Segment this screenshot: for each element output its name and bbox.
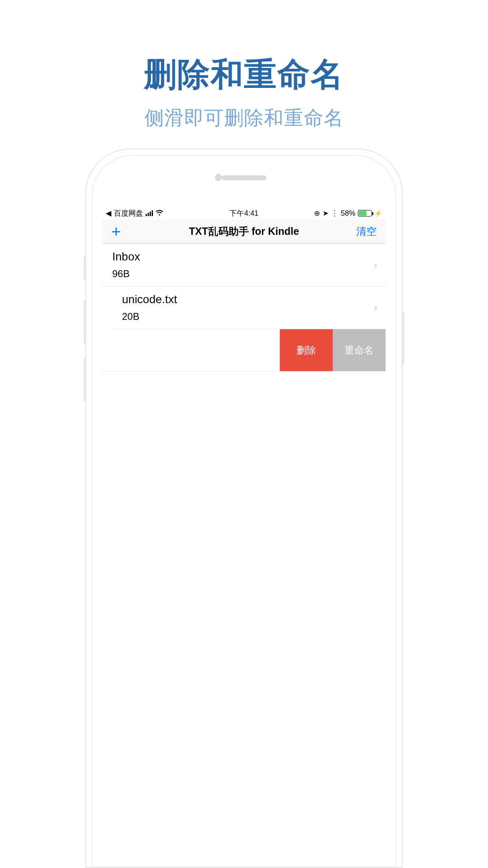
delete-button[interactable]: 删除	[280, 329, 333, 371]
file-list: Inbox 96B › unicode.txt 20B › txt › 删除	[102, 244, 386, 372]
file-name: unicode.txt	[122, 293, 376, 306]
phone-screen: ◀ 百度网盘 下午4:41 ⊕ ➤ ⋮ 58% ⚡	[102, 207, 386, 866]
promo-title: 删除和重命名	[0, 53, 488, 97]
file-name: Inbox	[112, 250, 376, 263]
clear-button[interactable]: 清空	[356, 225, 377, 238]
phone-side-button	[84, 357, 86, 402]
battery-percent: 58%	[341, 209, 355, 218]
nav-bar: + TXT乱码助手 for Kindle 清空	[102, 219, 386, 244]
charging-icon: ⚡	[374, 210, 382, 217]
phone-inner: ◀ 百度网盘 下午4:41 ⊕ ➤ ⋮ 58% ⚡	[92, 155, 396, 867]
swipe-actions: 删除 重命名	[280, 329, 386, 371]
signal-icon	[146, 210, 153, 216]
phone-camera	[215, 174, 222, 181]
list-item[interactable]: Inbox 96B ›	[102, 244, 386, 286]
bluetooth-icon: ⋮	[331, 209, 338, 218]
file-size: 20B	[122, 311, 376, 322]
phone-side-button	[402, 312, 404, 365]
add-button[interactable]: +	[111, 223, 121, 240]
wifi-icon	[155, 209, 163, 218]
status-time: 下午4:41	[229, 208, 258, 218]
list-item[interactable]: unicode.txt 20B ›	[112, 286, 386, 329]
chevron-right-icon: ›	[374, 302, 377, 314]
phone-speaker	[222, 175, 266, 180]
status-left: ◀ 百度网盘	[106, 208, 163, 218]
carrier-label: 百度网盘	[114, 208, 143, 218]
status-bar: ◀ 百度网盘 下午4:41 ⊕ ➤ ⋮ 58% ⚡	[102, 207, 386, 219]
file-size: 96B	[112, 268, 376, 280]
nav-title: TXT乱码助手 for Kindle	[189, 225, 299, 238]
promo-subtitle: 侧滑即可删除和重命名	[0, 105, 488, 131]
battery-icon	[358, 210, 372, 216]
phone-side-button	[84, 255, 86, 280]
status-right: ⊕ ➤ ⋮ 58% ⚡	[314, 209, 382, 218]
orientation-lock-icon: ⊕	[314, 209, 320, 218]
phone-frame: ◀ 百度网盘 下午4:41 ⊕ ➤ ⋮ 58% ⚡	[85, 149, 403, 868]
rename-button[interactable]: 重命名	[333, 329, 386, 371]
chevron-right-icon: ›	[374, 259, 377, 271]
phone-side-button	[84, 300, 86, 345]
list-item-swiped[interactable]: txt › 删除 重命名	[102, 329, 386, 372]
location-icon: ➤	[322, 209, 329, 218]
back-caret-icon: ◀	[106, 209, 111, 218]
